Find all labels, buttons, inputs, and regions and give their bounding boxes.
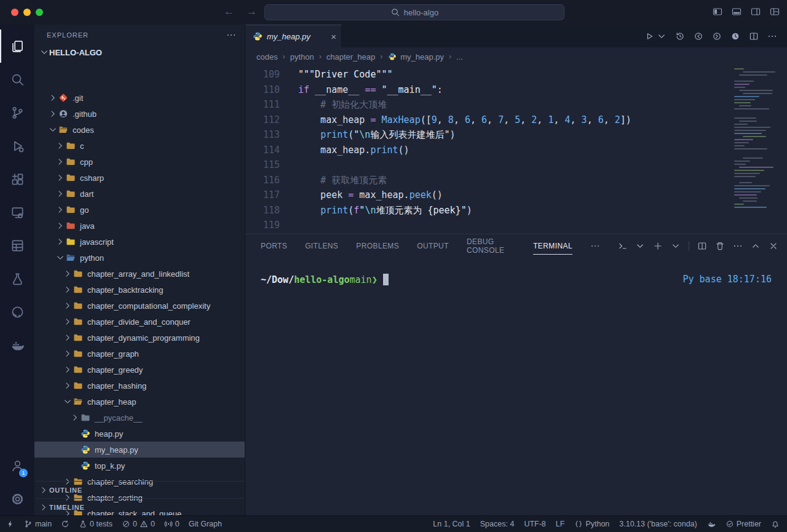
tree-item-go[interactable]: go (34, 202, 245, 218)
activity-item-extensions[interactable] (0, 162, 34, 196)
status-git-graph[interactable]: Git Graph (189, 520, 222, 528)
tree-item-csharp[interactable]: csharp (34, 170, 245, 186)
breadcrumb-item-chapter-heap[interactable]: chapter_heap (326, 52, 376, 62)
activity-item-docker[interactable] (0, 328, 34, 362)
status-remote-indicator[interactable] (6, 520, 15, 528)
tree-item-github[interactable]: .github (34, 106, 245, 122)
tree-root-hello-algo[interactable]: HELLO-ALGO (34, 46, 245, 59)
split-terminal-button[interactable] (697, 241, 707, 251)
tree-item-chapter-heap[interactable]: chapter_heap (34, 394, 245, 410)
split-editor-button[interactable] (749, 31, 759, 41)
status-encoding[interactable]: UTF-8 (524, 520, 545, 528)
status-prettier[interactable]: Prettier (726, 520, 761, 528)
terminal-shell-picker[interactable] (618, 241, 645, 251)
status-problems[interactable]: 00 (122, 520, 155, 528)
run-python-file-button[interactable] (644, 31, 654, 41)
activity-item-settings[interactable] (0, 482, 34, 515)
tree-item-java[interactable]: java (34, 218, 245, 234)
command-center-search[interactable]: hello-algo (264, 4, 564, 20)
status-forwarded-ports[interactable]: 0 (164, 520, 180, 528)
zap-icon (6, 520, 15, 528)
minimize-window-button[interactable] (23, 9, 31, 16)
activity-item-accounts[interactable]: 1 (0, 449, 34, 482)
kill-terminal-button[interactable] (715, 241, 725, 251)
status-git-branch[interactable]: main (24, 520, 52, 528)
tree-item-cpp[interactable]: cpp (34, 154, 245, 170)
run-dropdown-button[interactable] (657, 31, 666, 41)
tree-item-codes[interactable]: codes (34, 122, 245, 138)
tree-item-chapter-hashing[interactable]: chapter_hashing (34, 378, 245, 394)
timeline-section-header[interactable]: TIMELINE (34, 498, 245, 515)
navigate-back-button[interactable]: ← (224, 6, 234, 18)
breadcrumb-item-codes[interactable]: codes (256, 52, 278, 62)
tree-item-chapter-backtracking[interactable]: chapter_backtracking (34, 282, 245, 298)
status-python-interpreter[interactable]: 3.10.13 ('base': conda) (619, 520, 697, 528)
panel-more-tabs-button[interactable] (590, 241, 600, 251)
tree-item-top-k-py[interactable]: top_k.py (34, 458, 245, 474)
breadcrumb-item-my-heap-py[interactable]: my_heap.py (387, 52, 444, 62)
tree-item-chapter-dynamic-programming[interactable]: chapter_dynamic_programming (34, 330, 245, 346)
tab-my-heap-py[interactable]: my_heap.py × (245, 25, 342, 47)
toggle-panel-button[interactable] (732, 7, 742, 17)
customize-layout-button[interactable] (770, 7, 780, 17)
tree-item-pycache[interactable]: __pycache__ (34, 410, 245, 426)
tree-item-chapter-greedy[interactable]: chapter_greedy (34, 362, 245, 378)
panel-tab-ports[interactable]: PORTS (261, 234, 287, 258)
panel-tab-problems[interactable]: PROBLEMS (356, 234, 399, 258)
close-window-button[interactable] (11, 9, 18, 16)
outline-section-header[interactable]: OUTLINE (34, 481, 245, 498)
zoom-window-button[interactable] (36, 9, 43, 16)
status-cursor-position[interactable]: Ln 1, Col 1 (433, 520, 470, 528)
activity-item-github[interactable] (0, 295, 34, 328)
minimap[interactable] (734, 68, 781, 210)
more-actions-button[interactable] (767, 31, 777, 41)
activity-item-testing[interactable] (0, 262, 34, 295)
panel-more-actions-button[interactable] (733, 241, 743, 251)
navigate-forward-button[interactable]: → (247, 6, 257, 18)
activity-item-source-control[interactable] (0, 96, 34, 129)
timeline-history-button[interactable] (675, 31, 685, 41)
terminal-launch-dropdown[interactable] (671, 241, 681, 251)
status-eol[interactable]: LF (556, 520, 565, 528)
activity-item-search[interactable] (0, 63, 34, 96)
tree-item-dart[interactable]: dart (34, 186, 245, 202)
new-terminal-button[interactable] (653, 241, 663, 251)
tree-item-chapter-graph[interactable]: chapter_graph (34, 346, 245, 362)
status-git-sync[interactable] (61, 520, 69, 528)
sidebar-more-actions-button[interactable] (226, 30, 236, 40)
breadcrumb-item-python[interactable]: python (290, 52, 314, 62)
panel-tab-terminal[interactable]: TERMINAL (533, 234, 572, 258)
tree-item-chapter-computational-complexity[interactable]: chapter_computational_complexity (34, 298, 245, 314)
tree-item-c[interactable]: c (34, 138, 245, 154)
profile-run-button[interactable] (730, 31, 740, 41)
tree-item-chapter-divide-and-conquer[interactable]: chapter_divide_and_conquer (34, 314, 245, 330)
activity-item-gitlens[interactable] (0, 229, 34, 262)
terminal[interactable]: ~/Dow/hello-algo main ❯ Py base 18:17:16 (245, 258, 787, 285)
maximize-panel-button[interactable] (751, 241, 761, 251)
toggle-secondary-sidebar-button[interactable] (751, 7, 761, 17)
code-editor[interactable]: 109"""Driver Code"""110if __name__ == "_… (245, 66, 787, 234)
tree-item-javascript[interactable]: javascript (34, 234, 245, 250)
status-docker-status[interactable] (707, 520, 716, 528)
activity-item-remote-explorer[interactable] (0, 196, 34, 229)
status-indentation[interactable]: Spaces: 4 (480, 520, 515, 528)
panel-tab-output[interactable]: OUTPUT (417, 234, 449, 258)
tree-item-git[interactable]: .git (34, 90, 245, 106)
close-panel-button[interactable] (769, 241, 778, 251)
status-tests[interactable]: 0 tests (79, 520, 113, 528)
tree-item-chapter-array-and-linkedlist[interactable]: chapter_array_and_linkedlist (34, 266, 245, 282)
next-change-button[interactable] (712, 31, 722, 41)
tree-item-python[interactable]: python (34, 250, 245, 266)
activity-item-explorer[interactable] (0, 30, 34, 63)
breadcrumb-item-more[interactable]: ... (456, 52, 463, 62)
panel-tab-debug-console[interactable]: DEBUG CONSOLE (467, 234, 515, 258)
activity-item-run-and-debug[interactable] (0, 129, 34, 162)
status-notifications[interactable] (771, 520, 780, 528)
tree-item-heap-py[interactable]: heap.py (34, 426, 245, 442)
close-tab-icon[interactable]: × (331, 31, 336, 42)
panel-tab-gitlens[interactable]: GITLENS (305, 234, 338, 258)
status-language-mode[interactable]: Python (574, 520, 609, 528)
tree-item-my-heap-py[interactable]: my_heap.py (34, 442, 245, 458)
previous-change-button[interactable] (694, 31, 703, 41)
toggle-primary-sidebar-button[interactable] (713, 7, 722, 17)
